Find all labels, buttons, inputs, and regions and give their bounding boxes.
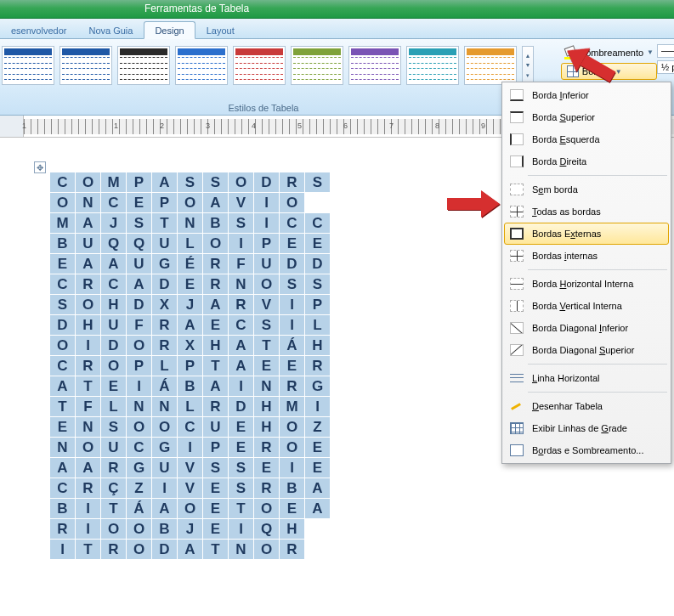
table-cell[interactable]: X xyxy=(152,295,178,315)
table-cell[interactable]: O xyxy=(254,274,280,295)
table-cell[interactable]: N xyxy=(254,376,280,397)
table-cell[interactable]: P xyxy=(305,295,331,315)
table-cell[interactable]: Á xyxy=(280,336,305,356)
table-cell[interactable]: A xyxy=(203,193,229,213)
table-cell[interactable]: H xyxy=(254,417,280,438)
table-cell[interactable]: O xyxy=(178,499,203,519)
table-cell[interactable]: P xyxy=(127,172,152,193)
table-cell[interactable]: E xyxy=(254,458,280,478)
table-cell[interactable]: H xyxy=(305,336,331,356)
table-cell[interactable]: O xyxy=(178,193,203,213)
table-cell[interactable]: A xyxy=(305,478,331,499)
table-style-thumb-2[interactable] xyxy=(117,46,170,85)
table-cell[interactable]: I xyxy=(254,213,280,234)
table-cell[interactable]: O xyxy=(280,438,305,458)
table-cell[interactable]: Á xyxy=(152,376,178,397)
table-cell[interactable]: D xyxy=(305,254,331,274)
table-cell[interactable]: C xyxy=(50,478,76,499)
table-cell[interactable]: R xyxy=(152,336,178,356)
table-cell[interactable]: A xyxy=(152,172,178,193)
table-cell[interactable]: U xyxy=(127,254,152,274)
table-cell[interactable]: H xyxy=(76,315,101,336)
table-cell[interactable]: T xyxy=(203,540,229,560)
table-cell[interactable]: A xyxy=(50,376,76,397)
word-search-table[interactable]: COMPASSODRSONCEPOAVIOMAJSTNBSICCBUQQULOI… xyxy=(49,172,331,560)
table-cell[interactable]: R xyxy=(50,519,76,540)
menu-item-exibir-grade[interactable]: Exibir Linhas de Grade xyxy=(504,417,669,439)
table-cell[interactable]: O xyxy=(76,295,101,315)
table-cell[interactable]: R xyxy=(76,478,101,499)
table-cell[interactable]: Z xyxy=(127,478,152,499)
table-cell[interactable]: A xyxy=(76,213,101,234)
table-cell[interactable]: F xyxy=(76,397,101,417)
table-cell[interactable]: S xyxy=(305,274,331,295)
menu-item-borda-superior[interactable]: Borda Superior xyxy=(504,106,669,128)
table-cell[interactable]: O xyxy=(203,234,229,254)
table-cell[interactable]: S xyxy=(229,458,254,478)
table-cell[interactable]: J xyxy=(101,213,127,234)
table-cell[interactable]: B xyxy=(50,499,76,519)
menu-item-todas-bordas[interactable]: Todas as bordas xyxy=(504,201,669,223)
table-cell[interactable]: T xyxy=(203,356,229,376)
table-cell[interactable]: A xyxy=(229,336,254,356)
menu-item-desenhar-tabela[interactable]: Desenhar Tabela xyxy=(504,395,669,417)
table-cell[interactable]: D xyxy=(280,254,305,274)
table-cell[interactable]: C xyxy=(229,315,254,336)
table-cell[interactable]: B xyxy=(280,478,305,499)
table-cell[interactable]: S xyxy=(101,417,127,438)
table-cell[interactable]: E xyxy=(280,234,305,254)
table-cell[interactable]: T xyxy=(229,499,254,519)
menu-item-diagonal-superior[interactable]: Borda Diagonal Superior xyxy=(504,339,669,361)
table-cell[interactable]: C xyxy=(280,213,305,234)
table-cell[interactable]: E xyxy=(280,356,305,376)
table-cell[interactable]: E xyxy=(50,254,76,274)
table-cell[interactable]: O xyxy=(280,193,305,213)
table-cell[interactable]: Q xyxy=(254,519,280,540)
table-cell[interactable]: O xyxy=(152,417,178,438)
table-cell[interactable]: R xyxy=(254,478,280,499)
table-cell[interactable]: R xyxy=(305,356,331,376)
pen-line-style-dropdown[interactable]: ▼ xyxy=(657,44,674,58)
table-cell[interactable]: E xyxy=(203,519,229,540)
table-cell[interactable]: L xyxy=(152,356,178,376)
table-cell[interactable]: P xyxy=(203,438,229,458)
table-cell[interactable]: M xyxy=(280,397,305,417)
table-cell[interactable]: O xyxy=(101,519,127,540)
table-cell[interactable]: Ç xyxy=(101,478,127,499)
table-cell[interactable]: O xyxy=(229,172,254,193)
table-cell[interactable]: E xyxy=(254,356,280,376)
table-cell[interactable]: U xyxy=(203,417,229,438)
table-move-handle[interactable]: ✥ xyxy=(34,161,46,173)
table-cell[interactable]: R xyxy=(229,295,254,315)
table-cell[interactable]: T xyxy=(101,499,127,519)
table-cell[interactable]: H xyxy=(203,336,229,356)
table-cell[interactable]: I xyxy=(152,478,178,499)
table-style-thumb-3[interactable] xyxy=(175,46,228,85)
menu-item-borda-direita[interactable]: Borda Direita xyxy=(504,150,669,172)
table-cell[interactable]: F xyxy=(229,254,254,274)
table-cell[interactable]: A xyxy=(76,254,101,274)
table-cell[interactable]: M xyxy=(101,172,127,193)
table-cell[interactable]: B xyxy=(203,213,229,234)
table-cell[interactable]: D xyxy=(127,295,152,315)
table-cell[interactable]: R xyxy=(101,540,127,560)
table-cell[interactable]: G xyxy=(127,458,152,478)
table-cell[interactable]: I xyxy=(229,234,254,254)
table-cell[interactable]: J xyxy=(178,519,203,540)
table-cell[interactable]: V xyxy=(178,478,203,499)
table-cell[interactable]: R xyxy=(203,254,229,274)
table-cell[interactable]: I xyxy=(127,376,152,397)
table-cell[interactable]: N xyxy=(229,540,254,560)
table-cell[interactable]: I xyxy=(229,376,254,397)
table-cell[interactable]: A xyxy=(229,356,254,376)
table-cell[interactable]: S xyxy=(203,172,229,193)
table-cell[interactable]: O xyxy=(50,336,76,356)
table-cell[interactable]: C xyxy=(101,193,127,213)
table-cell[interactable]: R xyxy=(152,315,178,336)
table-cell[interactable]: U xyxy=(101,315,127,336)
table-cell[interactable]: N xyxy=(229,274,254,295)
table-cell[interactable]: Á xyxy=(127,499,152,519)
table-cell[interactable]: B xyxy=(178,376,203,397)
menu-item-borda-vertical-interna[interactable]: Borda Vertical Interna xyxy=(504,295,669,317)
table-cell[interactable]: I xyxy=(50,540,76,560)
